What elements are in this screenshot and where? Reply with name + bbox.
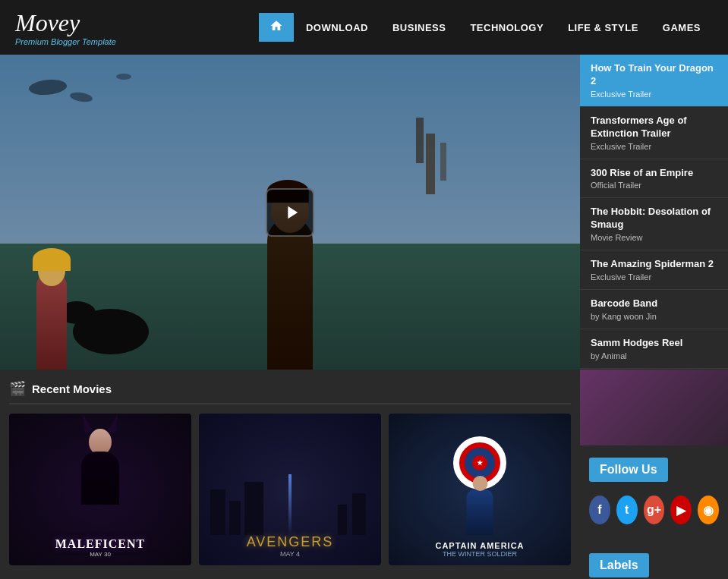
playlist-title-4: The Amazing Spiderman 2 (591, 258, 717, 271)
playlist-title-6: Samm Hodges Reel (591, 337, 717, 350)
playlist-item-3[interactable]: The Hobbit: Desolation of Smaug Movie Re… (580, 198, 728, 250)
follow-us-section: Follow Us f t g+ ▶ ◉ (580, 448, 728, 544)
recent-container: 🎬 Recent Movies (0, 370, 580, 576)
play-icon (281, 202, 302, 223)
facebook-icon[interactable]: f (589, 496, 610, 524)
body-row: How To Train Your Dragon 2 Exclusive Tra… (0, 55, 728, 579)
playlist-subtitle-3: Movie Review (591, 233, 717, 242)
recent-label: Recent Movies (32, 382, 112, 395)
right-sidebar: Follow Us f t g+ ▶ ◉ Labels (580, 370, 728, 579)
movie-card-maleficent[interactable]: MALEFICENT MAY 30 (9, 414, 191, 565)
movie-grid: MALEFICENT MAY 30 (9, 414, 571, 565)
logo-title: Movey (15, 9, 116, 37)
cap-body (467, 489, 493, 535)
playlist-subtitle-2: Official Trailer (591, 181, 717, 190)
avengers-date: MAY 4 (199, 550, 381, 558)
playlist-subtitle-4: Exclusive Trailer (591, 272, 717, 282)
header: Movey Premium Blogger Template DOWNLOAD … (0, 0, 728, 55)
labels-header: Labels (589, 553, 649, 577)
below-hero: 🎬 Recent Movies (0, 370, 728, 579)
hero-slider[interactable] (0, 55, 580, 370)
home-icon (269, 19, 283, 33)
maleficent-title: MALEFICENT (9, 537, 191, 551)
logo-subtitle: Premium Blogger Template (15, 37, 116, 46)
twitter-icon[interactable]: t (616, 496, 638, 524)
playlist-item-1[interactable]: Transformers Age of Extinction Trailer E… (580, 107, 728, 159)
playlist-sidebar: How To Train Your Dragon 2 Exclusive Tra… (580, 55, 728, 370)
right-blur-image-1 (580, 370, 728, 445)
play-button[interactable] (266, 188, 314, 237)
captain-subtitle: THE WINTER SOLDIER (389, 550, 571, 558)
clapper-icon: 🎬 (9, 380, 26, 397)
playlist-item-2[interactable]: 300 Rise of an Empire Official Trailer (580, 159, 728, 199)
nav-technology[interactable]: TECHNOLOGY (458, 16, 556, 39)
recent-movies-section: 🎬 Recent Movies (0, 370, 580, 579)
play-button-container (0, 55, 580, 370)
avengers-city (199, 474, 381, 535)
playlist-title-2: 300 Rise of an Empire (591, 167, 717, 180)
youtube-icon[interactable]: ▶ (670, 496, 692, 524)
playlist-title-5: Barcode Band (591, 297, 717, 310)
maleficent-art (77, 429, 123, 505)
follow-us-header: Follow Us (589, 458, 668, 482)
home-nav-button[interactable] (259, 13, 294, 42)
playlist-item-6[interactable]: Samm Hodges Reel by Animal (580, 329, 728, 369)
playlist-subtitle-6: by Animal (591, 351, 717, 360)
nav-download[interactable]: DOWNLOAD (294, 16, 380, 39)
maleficent-date: MAY 30 (9, 551, 191, 558)
main-nav: DOWNLOAD BUSINESS TECHNOLOGY LIFE & STYL… (259, 13, 713, 42)
playlist-subtitle-5: by Kang woon Jin (591, 312, 717, 321)
hero-row: How To Train Your Dragon 2 Exclusive Tra… (0, 55, 728, 370)
googleplus-icon[interactable]: g+ (644, 496, 665, 524)
playlist-title-3: The Hobbit: Desolation of Smaug (591, 206, 717, 231)
playlist-subtitle-0: Exclusive Trailer (591, 90, 717, 99)
movie-card-captain[interactable]: ★ CAPTAIN AMERICA TH (389, 414, 571, 565)
playlist-item-4[interactable]: The Amazing Spiderman 2 Exclusive Traile… (580, 250, 728, 290)
labels-section: Labels Action Adventure Break (580, 544, 728, 579)
playlist-title-1: Transformers Age of Extinction Trailer (591, 115, 717, 140)
avengers-title: AVENGERS (199, 534, 381, 550)
nav-business[interactable]: BUSINESS (380, 16, 458, 39)
nav-games[interactable]: GAMES (651, 16, 713, 39)
rss-icon[interactable]: ◉ (698, 496, 719, 524)
recent-header: 🎬 Recent Movies (9, 380, 571, 404)
page-wrapper: Movey Premium Blogger Template DOWNLOAD … (0, 0, 728, 579)
playlist-subtitle-1: Exclusive Trailer (591, 142, 717, 151)
playlist-item-5[interactable]: Barcode Band by Kang woon Jin (580, 290, 728, 329)
nav-lifestyle[interactable]: LIFE & STYLE (556, 16, 651, 39)
movie-card-avengers[interactable]: AVENGERS MAY 4 (199, 414, 381, 565)
social-icons-row: f t g+ ▶ ◉ (589, 492, 719, 535)
playlist-item-0[interactable]: How To Train Your Dragon 2 Exclusive Tra… (580, 55, 728, 107)
playlist-title-0: How To Train Your Dragon 2 (591, 62, 717, 88)
captain-title: CAPTAIN AMERICA (389, 541, 571, 550)
main-column: How To Train Your Dragon 2 Exclusive Tra… (0, 55, 728, 579)
logo: Movey Premium Blogger Template (15, 9, 116, 46)
